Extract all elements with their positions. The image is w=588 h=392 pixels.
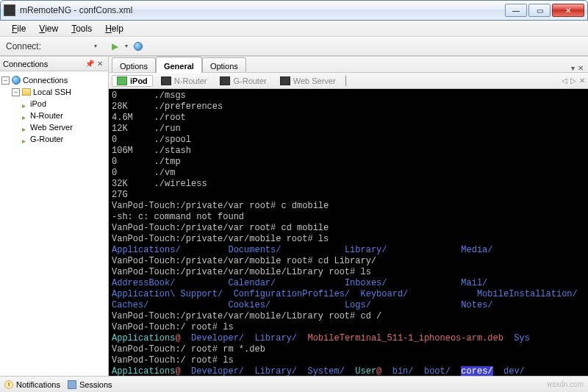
terminal-output[interactable]: 0 ./msgs 28K ./preferences 4.6M ./root 1…	[109, 89, 588, 376]
nav-next-icon[interactable]: ▷	[570, 76, 576, 85]
pin-icon[interactable]: 📌	[85, 59, 95, 69]
connect-dropdown[interactable]: ▾	[94, 43, 97, 49]
app-icon	[4, 4, 15, 16]
main-area: Connections 📌 ✕ − Connections − Local SS…	[0, 56, 588, 376]
session-tab[interactable]: Web Server	[275, 75, 341, 87]
toolbar: Connect: ▾ ▶ ▾	[0, 37, 588, 56]
connection-icon	[22, 124, 28, 130]
maximize-button[interactable]: ▭	[528, 4, 551, 17]
connections-panel: Connections 📌 ✕ − Connections − Local SS…	[0, 57, 109, 376]
play-dropdown[interactable]: ▾	[125, 43, 128, 49]
tree-item[interactable]: G-Router	[1, 133, 107, 145]
connection-icon	[22, 113, 28, 118]
window-buttons: — ▭ ✕	[505, 4, 584, 17]
tab-close-icon[interactable]: ✕	[578, 64, 584, 72]
info-icon: i	[4, 380, 13, 389]
watermark: wsxdn.com	[547, 380, 584, 388]
text-cursor	[345, 76, 346, 86]
session-icon	[117, 76, 127, 85]
session-icon	[280, 76, 290, 85]
connections-panel-header[interactable]: Connections 📌 ✕	[0, 57, 108, 71]
close-button[interactable]: ✕	[552, 4, 584, 17]
content-area: Options General Options ▾ ✕ iPodN-Router…	[109, 57, 588, 376]
session-tab[interactable]: G-Router	[215, 75, 271, 87]
menu-help[interactable]: Help	[99, 22, 129, 35]
tab-general[interactable]: General	[156, 57, 202, 73]
folder-icon	[22, 88, 31, 96]
tree-item[interactable]: Web Server	[1, 121, 107, 133]
session-tab[interactable]: N-Router	[156, 75, 212, 87]
tab-menu-icon[interactable]: ▾	[571, 64, 575, 72]
connections-tree[interactable]: − Connections − Local SSH iPodN-RouterWe…	[0, 71, 108, 148]
connection-icon	[22, 136, 28, 142]
sessions-icon	[68, 380, 76, 389]
window-title: mRemoteNG - confCons.xml	[20, 5, 505, 15]
panel-close-icon[interactable]: ✕	[95, 59, 105, 69]
menu-file[interactable]: File	[6, 22, 32, 35]
tree-item[interactable]: N-Router	[1, 110, 107, 121]
nav-prev-icon[interactable]: ◁	[562, 76, 567, 85]
connections-panel-title: Connections	[3, 60, 48, 68]
expand-icon[interactable]: −	[12, 88, 20, 96]
session-icon	[220, 76, 230, 85]
connect-label: Connect:	[6, 41, 41, 51]
status-notifications[interactable]: i Notifications	[4, 380, 60, 389]
play-icon[interactable]: ▶	[109, 40, 121, 52]
session-tab-label: N-Router	[174, 76, 207, 85]
session-tab-label: Web Server	[293, 76, 336, 85]
session-nav: ◁ ▷ ✕	[562, 76, 585, 85]
menu-tools[interactable]: Tools	[65, 22, 98, 35]
menubar: File View Tools Help	[0, 21, 588, 37]
property-tabstrip: Options General Options ▾ ✕	[109, 57, 588, 73]
nav-close-icon[interactable]: ✕	[579, 76, 585, 85]
menu-view[interactable]: View	[33, 22, 64, 35]
tabstrip-tools: ▾ ✕	[571, 64, 585, 72]
session-tab-label: iPod	[130, 76, 148, 85]
expand-icon[interactable]: −	[1, 76, 10, 85]
connection-icon	[22, 101, 28, 107]
globe-icon[interactable]	[132, 40, 144, 52]
window-titlebar: mRemoteNG - confCons.xml — ▭ ✕	[0, 0, 588, 21]
tree-folder[interactable]: − Local SSH	[1, 86, 107, 98]
connections-icon	[12, 76, 21, 85]
tab-options[interactable]: Options	[112, 57, 156, 72]
status-sessions[interactable]: Sessions	[68, 380, 112, 389]
session-tab-label: G-Router	[233, 76, 266, 85]
tree-item[interactable]: iPod	[1, 98, 107, 110]
session-tabstrip: iPodN-RouterG-RouterWeb Server ◁ ▷ ✕	[109, 73, 588, 89]
session-tab[interactable]: iPod	[112, 75, 153, 87]
tree-root[interactable]: − Connections	[1, 74, 107, 86]
session-icon	[161, 76, 171, 85]
minimize-button[interactable]: —	[505, 4, 527, 17]
statusbar: i Notifications Sessions wsxdn.com	[0, 376, 588, 392]
tab-options-2[interactable]: Options	[202, 57, 246, 72]
